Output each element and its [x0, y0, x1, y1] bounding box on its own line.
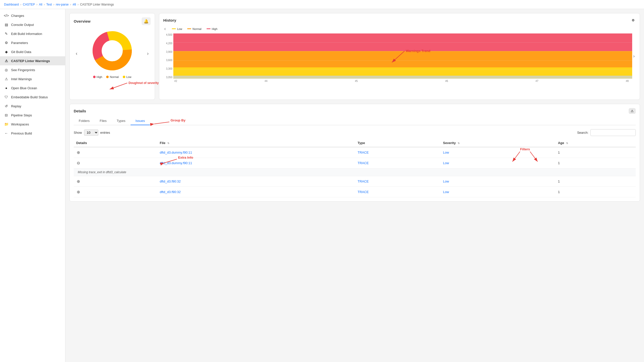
breadcrumb-dashboard[interactable]: Dashboard — [4, 3, 19, 6]
history-legend-dot-high — [207, 28, 211, 29]
breadcrumb-test[interactable]: Test — [46, 3, 52, 6]
sidebar-item-previous-build[interactable]: ← Previous Build — [0, 129, 65, 138]
expand-btn-3[interactable]: ⊕ — [76, 178, 80, 184]
row4-details: ⊕ — [74, 187, 157, 197]
overview-prev-button[interactable]: ‹ — [74, 49, 79, 58]
sliders-icon: ⚙ — [4, 40, 9, 45]
row4-type-link[interactable]: TRACE — [358, 190, 369, 194]
tab-types[interactable]: Types — [112, 117, 131, 125]
row3-type-link[interactable]: TRACE — [358, 179, 369, 183]
overview-next-button[interactable]: › — [145, 49, 151, 58]
row1-file-link[interactable]: dftd_d3.dummy.f90:11 — [160, 151, 192, 154]
row4-severity-link[interactable]: Low — [443, 190, 449, 194]
x-label-4: #4 — [265, 80, 267, 82]
warning-icon-intel: ⚠ — [4, 77, 9, 81]
col-age: Age ⇅ — [555, 139, 636, 147]
sidebar-label-edit-build-info: Edit Build Information — [11, 32, 42, 36]
folder-icon: 📁 — [4, 122, 9, 126]
sidebar-label-previous-build: Previous Build — [11, 131, 32, 135]
row1-type-link[interactable]: TRACE — [358, 151, 369, 154]
top-row: Overview 🔔 ‹ — [69, 13, 640, 100]
table-controls: Show 10 25 50 100 entries Search: — [74, 129, 636, 136]
notification-bell-button[interactable]: 🔔 — [142, 17, 151, 25]
breadcrumb-sep-4: › — [70, 3, 71, 6]
warnings-trend-annotation: Warnings Trend — [372, 49, 427, 69]
sidebar-item-see-fingerprints[interactable]: ◎ See Fingerprints — [0, 65, 65, 74]
sidebar-label-embeddable-build-status: Embeddable Build Status — [11, 95, 48, 99]
sidebar-item-workspaces[interactable]: 📁 Workspaces — [0, 120, 65, 129]
x-axis-labels: #2 #4 #5 #6 #7 #8 — [174, 80, 629, 82]
svg-line-16 — [392, 51, 405, 62]
y-axis-labels: 4,500 4,200 3,900 3,600 3,300 3,050 — [163, 33, 173, 79]
table-row-3: ⊕ dftd_d3.f90:32 TRACE Low 1 — [74, 176, 636, 187]
sidebar-label-parameters: Parameters — [11, 41, 28, 45]
details-tabs: Folders Files Types Issues — [74, 117, 636, 125]
breadcrumb-castep[interactable]: CASTEP — [23, 3, 35, 6]
chart-scroll-indicator[interactable] — [173, 76, 632, 79]
donut-nav: ‹ — [74, 28, 151, 78]
expand-btn-2[interactable]: ⊖ — [76, 160, 80, 166]
x-label-6: #6 — [445, 80, 448, 82]
sidebar-label-replay: Replay — [11, 104, 21, 108]
entries-select[interactable]: 10 25 50 100 — [84, 129, 98, 136]
breadcrumb-revparse[interactable]: rev-parse — [56, 3, 69, 6]
sidebar-item-git-build-data[interactable]: ◆ Git Build Data — [0, 47, 65, 56]
sidebar-item-edit-build-info[interactable]: ✎ Edit Build Information — [0, 29, 65, 38]
sidebar-item-replay[interactable]: ↺ Replay — [0, 102, 65, 111]
tab-folders[interactable]: Folders — [74, 117, 95, 125]
details-header: Details ⚠ — [74, 108, 636, 114]
row4-file: dftd_d3.f90:32 — [157, 187, 355, 197]
row4-file-link[interactable]: dftd_d3.f90:32 — [160, 190, 181, 194]
tab-issues[interactable]: Issues — [131, 117, 150, 125]
row2-file-link[interactable]: dftd_d3.dummy.f90:11 — [160, 161, 192, 165]
history-settings-button[interactable]: ⚙ — [631, 17, 636, 23]
details-warning-button[interactable]: ⚠ — [629, 108, 636, 114]
y-label-3: 3,600 — [163, 59, 172, 62]
show-entries-control: Show 10 25 50 100 entries — [74, 129, 110, 136]
row2-severity-link[interactable]: Low — [443, 161, 449, 165]
sidebar-item-parameters[interactable]: ⚙ Parameters — [0, 38, 65, 47]
sidebar-item-console-output[interactable]: ▤ Console Output — [0, 20, 65, 29]
y-label-1: 4,200 — [163, 42, 172, 45]
legend-dot-normal — [106, 76, 109, 78]
warnings-trend-text: Warnings Trend — [406, 49, 430, 53]
row1-severity-link[interactable]: Low — [443, 151, 449, 154]
x-label-8: #8 — [626, 80, 629, 82]
row3-file-link[interactable]: dftd_d3.f90:32 — [160, 179, 181, 183]
detail-text-1: Missing trace_exit in dftd3_calculate — [74, 168, 636, 176]
breadcrumb-all[interactable]: All — [39, 3, 42, 6]
sidebar-item-castep-linter-warnings[interactable]: ⚠ CASTEP Linter Warnings — [0, 56, 65, 65]
history-next-button[interactable]: › — [632, 54, 636, 59]
sidebar-item-pipeline-steps[interactable]: ⊟ Pipeline Steps — [0, 111, 65, 120]
donut-container: High Normal Low — [90, 28, 135, 78]
row4-severity: Low — [440, 187, 555, 197]
expand-btn-1[interactable]: ⊕ — [76, 150, 80, 155]
breadcrumb-build8[interactable]: #8 — [73, 3, 76, 6]
row2-type-link[interactable]: TRACE — [358, 161, 369, 165]
overview-title: Overview — [74, 19, 91, 23]
search-label: Search: — [577, 131, 588, 134]
sidebar-item-open-blue-ocean[interactable]: ● Open Blue Ocean — [0, 83, 65, 93]
sidebar-item-intel-warnings[interactable]: ⚠ Intel Warnings — [0, 74, 65, 83]
age-sort-icon[interactable]: ⇅ — [566, 142, 568, 145]
history-chart-wrapper: 4,500 4,200 3,900 3,600 3,300 3,050 — [163, 33, 636, 82]
row4-age: 1 — [555, 187, 636, 197]
col-details: Details — [74, 139, 157, 147]
sidebar-item-embeddable-build-status[interactable]: 🛡 Embeddable Build Status — [0, 93, 65, 102]
table-header-row: Details File ⇅ Type Severity ⇅ — [74, 139, 636, 147]
sidebar-label-open-blue-ocean: Open Blue Ocean — [11, 86, 37, 90]
severity-sort-icon[interactable]: ⇅ — [458, 142, 460, 145]
expand-btn-4[interactable]: ⊕ — [76, 189, 80, 195]
row2-file: dftd_d3.dummy.f90:11 — [157, 158, 355, 168]
sidebar-label-see-fingerprints: See Fingerprints — [11, 68, 35, 72]
x-label-7: #7 — [536, 80, 538, 82]
show-label: Show — [74, 131, 82, 134]
row3-severity-link[interactable]: Low — [443, 179, 449, 183]
sidebar-item-changes[interactable]: </> Changes — [0, 11, 65, 20]
legend-dot-high — [93, 76, 96, 78]
history-legend: ‹ Low Normal High — [163, 26, 636, 31]
history-prev-button[interactable]: ‹ — [163, 26, 167, 31]
file-sort-icon[interactable]: ⇅ — [167, 142, 169, 145]
tab-files[interactable]: Files — [95, 117, 111, 125]
search-input[interactable] — [590, 129, 636, 136]
